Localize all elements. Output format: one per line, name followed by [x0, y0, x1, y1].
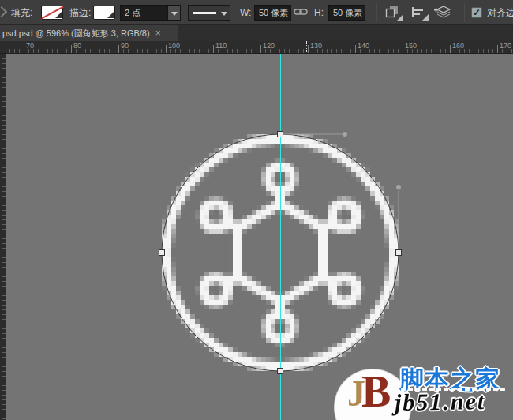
- ruler-major-tick: [497, 45, 498, 53]
- fill-swatch[interactable]: [41, 6, 63, 20]
- watermark-site-url: jb51.net: [395, 388, 486, 416]
- ruler-number: 120: [263, 42, 275, 50]
- solid-line-icon: [193, 12, 216, 14]
- link-dimensions-button[interactable]: [292, 4, 309, 21]
- link-icon: [294, 6, 308, 18]
- horizontal-ruler[interactable]: 708090100110120130140150160170: [6, 41, 513, 54]
- path-arrangement-icon: [434, 6, 451, 19]
- ruler-number: 70: [26, 42, 34, 50]
- ruler-major-tick: [260, 45, 261, 53]
- document-tab-title: psd.psd @ 596% (圆角矩形 3, RGB/8): [2, 28, 150, 38]
- vertical-ruler[interactable]: [0, 54, 6, 420]
- shape-height-input[interactable]: 50 像素: [328, 5, 365, 21]
- fill-label: 填充:: [11, 0, 32, 25]
- stroke-swatch[interactable]: [93, 6, 115, 20]
- ruler-number: 160: [452, 42, 464, 50]
- height-label: H:: [314, 0, 324, 25]
- stroke-style-dropdown[interactable]: [188, 5, 230, 21]
- close-icon[interactable]: ×: [155, 25, 161, 41]
- ruler-major-tick: [355, 45, 356, 53]
- ruler-number: 100: [168, 42, 180, 50]
- path-alignment-button[interactable]: [409, 4, 429, 21]
- ruler-number: 150: [405, 42, 417, 50]
- chevron-down-icon: [221, 12, 227, 16]
- toolbar-separator: [464, 3, 465, 22]
- path-operations-button[interactable]: [384, 4, 404, 21]
- ruler-major-tick: [308, 45, 309, 53]
- ruler-major-tick: [71, 45, 72, 53]
- document-canvas[interactable]: J B Script 脚本之家 jb51.net: [6, 54, 513, 420]
- path-arrangement-button[interactable]: [432, 4, 455, 21]
- ruler-major-tick: [118, 45, 119, 53]
- ruler-cursor-indicator: [306, 41, 307, 54]
- ruler-minor-ticks: [6, 49, 513, 53]
- tool-preset-partial-icon: [0, 6, 7, 17]
- document-tab-bar: psd.psd @ 596% (圆角矩形 3, RGB/8)×: [0, 25, 513, 41]
- logo-letter-b: B: [361, 366, 391, 417]
- stroke-width-input[interactable]: 2 点: [120, 5, 168, 21]
- ruler-major-tick: [166, 45, 167, 53]
- ruler-number: 90: [121, 42, 129, 50]
- stroke-width-dropdown-button[interactable]: [167, 5, 181, 21]
- document-tab[interactable]: psd.psd @ 596% (圆角矩形 3, RGB/8)×: [0, 25, 178, 41]
- toolbar-separator: [376, 3, 377, 22]
- chevron-down-icon: [171, 12, 178, 16]
- ruler-major-tick: [24, 45, 24, 53]
- ruler-major-tick: [403, 45, 403, 53]
- horizontal-guide[interactable]: [6, 253, 513, 253]
- pixel-grid-line: [286, 54, 286, 420]
- stroke-label: 描边:: [69, 0, 91, 25]
- ruler-corner: [0, 41, 6, 54]
- ruler-number: 110: [215, 42, 227, 50]
- ruler-minor-ticks: [2, 54, 6, 420]
- shape-width-input[interactable]: 50 像素: [254, 5, 291, 21]
- chevron-down-icon: [422, 14, 429, 21]
- ruler-number: 130: [310, 42, 322, 50]
- ruler-major-tick: [213, 45, 214, 53]
- vertical-guide[interactable]: [280, 54, 281, 420]
- width-label: W:: [240, 0, 251, 25]
- ruler-number: 80: [73, 42, 81, 50]
- align-edges-label: 对齐边缘: [487, 0, 513, 25]
- chevron-down-icon: [107, 12, 114, 18]
- chevron-down-icon: [55, 12, 62, 18]
- options-toolbar: 填充: 描边: 2 点 W: 50 像素 H: 50 像素: [0, 0, 513, 25]
- align-edges-checkbox[interactable]: ✓: [471, 7, 482, 18]
- ruler-number: 170: [500, 42, 511, 50]
- chevron-down-icon: [397, 14, 403, 21]
- ruler-major-tick: [450, 45, 451, 53]
- ruler-number: 140: [358, 42, 369, 50]
